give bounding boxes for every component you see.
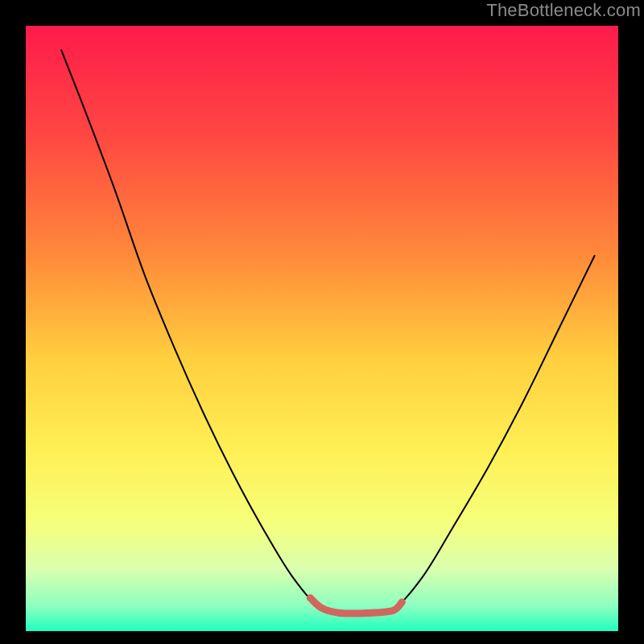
chart-svg [0, 0, 644, 644]
plot-background [26, 26, 618, 631]
chart-stage: TheBottleneck.com [0, 0, 644, 644]
watermark-text: TheBottleneck.com [486, 0, 641, 21]
